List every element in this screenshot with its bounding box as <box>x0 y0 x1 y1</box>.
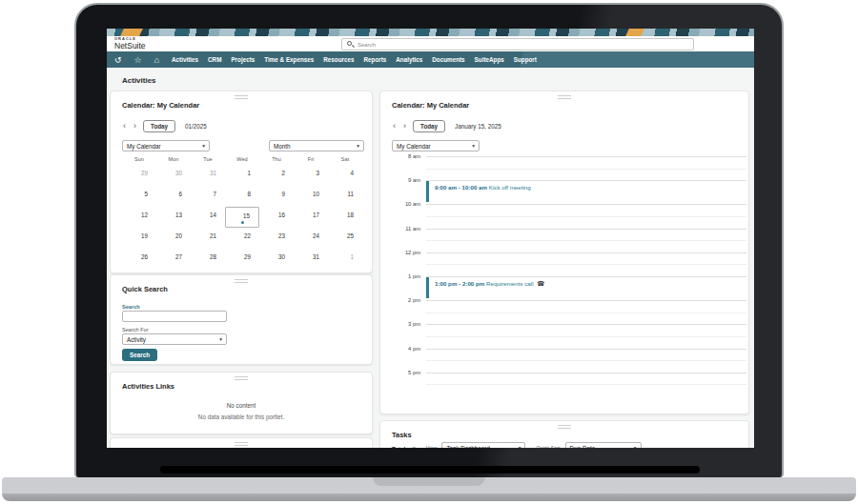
calendar-day[interactable]: 12 <box>122 207 156 228</box>
calendar-day[interactable]: 5 <box>122 186 156 207</box>
strip-orange-accent <box>120 29 143 36</box>
calendar-day[interactable]: 3 <box>294 165 328 186</box>
calendar-day[interactable]: 17 <box>294 207 328 228</box>
portlet-title: Activities Links <box>122 382 174 391</box>
calendar-day[interactable]: 22 <box>225 228 259 249</box>
total-label: Total: <box>392 445 407 449</box>
chevron-left-icon[interactable]: ‹ <box>122 121 127 131</box>
hour-row[interactable]: 10 am <box>392 204 746 228</box>
netsuite-wordmark: NetSuite <box>114 42 146 50</box>
nav-item-support[interactable]: Support <box>514 56 537 63</box>
calendar-day[interactable]: 29 <box>122 165 156 186</box>
portlet-drag-handle[interactable] <box>558 95 571 99</box>
calendar-select[interactable]: My Calendar ▾ <box>392 140 480 151</box>
nav-item-analytics[interactable]: Analytics <box>396 56 422 63</box>
hour-row[interactable]: 4 pm <box>392 349 746 373</box>
quick-search-button[interactable]: Search <box>122 349 157 361</box>
calendar-day[interactable]: 10 <box>294 186 328 207</box>
calendar-day[interactable]: 13 <box>156 207 191 228</box>
nav-menu: Activities CRM Projects Time & Expenses … <box>172 56 537 63</box>
calendar-day[interactable]: 1 <box>328 249 362 270</box>
calendar-day[interactable]: 9 <box>259 186 294 207</box>
laptop-mockup: ORACLE NetSuite ↺ ☆ ⌂ Activities CRM Pro… <box>0 0 858 504</box>
total-count-link[interactable]: 2 <box>412 445 415 449</box>
dropdown-arrow-icon: ▾ <box>357 143 359 149</box>
nav-item-resources[interactable]: Resources <box>323 56 354 63</box>
calendar-day[interactable]: 26 <box>122 249 156 270</box>
quick-search-input[interactable] <box>122 311 227 322</box>
home-icon[interactable]: ⌂ <box>154 55 159 65</box>
favorites-star-icon[interactable]: ☆ <box>134 55 142 65</box>
portlet-drag-handle[interactable] <box>235 442 248 446</box>
portlet-drag-handle[interactable] <box>558 425 571 429</box>
nav-item-time-expenses[interactable]: Time & Expenses <box>264 56 314 63</box>
chevron-right-icon[interactable]: › <box>402 121 407 131</box>
calendar-day[interactable]: 21 <box>191 228 225 249</box>
laptop-base-edge <box>2 494 856 501</box>
portlet-drag-handle[interactable] <box>235 279 248 283</box>
calendar-day[interactable]: 23 <box>259 228 294 249</box>
hour-row[interactable]: 5 pm <box>392 373 746 396</box>
calendar-day[interactable]: 30 <box>259 249 294 270</box>
calendar-day[interactable]: 14 <box>191 207 225 228</box>
calendar-day[interactable]: 29 <box>225 249 259 270</box>
calendar-day[interactable]: 24 <box>294 228 328 249</box>
search-for-select[interactable]: Activity ▾ <box>122 333 227 345</box>
calendar-day[interactable]: 28 <box>191 249 225 270</box>
calendar-day[interactable]: 11 <box>328 186 362 207</box>
chevron-left-icon[interactable]: ‹ <box>392 121 397 131</box>
calendar-day[interactable]: 6 <box>156 186 191 207</box>
clipped-portlet <box>110 437 373 448</box>
portlet-drag-handle[interactable] <box>235 95 248 99</box>
calendar-day[interactable]: 20 <box>156 228 191 249</box>
nav-item-projects[interactable]: Projects <box>231 56 255 63</box>
nav-item-documents[interactable]: Documents <box>432 56 464 63</box>
calendar-event-kickoff[interactable]: 9:00 am - 10:00 am Kick off meeting <box>426 181 746 202</box>
hour-row[interactable]: 12 pm <box>392 252 746 276</box>
calendar-day[interactable]: 30 <box>156 165 191 186</box>
calendar-day[interactable]: 16 <box>259 207 294 228</box>
today-button[interactable]: Today <box>143 120 175 132</box>
calendar-day-selected[interactable]: 15 <box>225 207 259 228</box>
global-search-input[interactable] <box>358 42 688 48</box>
calendar-event-requirements-call[interactable]: 1:00 pm - 2:00 pm Requirements call ☎ <box>426 277 746 298</box>
nav-item-suiteapps[interactable]: SuiteApps <box>475 56 504 63</box>
calendar-day[interactable]: 31 <box>191 165 225 186</box>
portlet-drag-handle[interactable] <box>235 376 248 380</box>
calendar-day[interactable]: 31 <box>294 249 328 270</box>
quick-sort-select[interactable]: Due Date ▾ <box>565 442 642 448</box>
hour-row[interactable]: 8 am <box>392 156 746 180</box>
calendar-day[interactable]: 8 <box>225 186 259 207</box>
chevron-right-icon[interactable]: › <box>133 121 137 131</box>
today-button[interactable]: Today <box>413 120 445 132</box>
calendar-day[interactable]: 7 <box>191 186 225 207</box>
global-search[interactable] <box>341 38 694 50</box>
task-view-select[interactable]: Task Dashboard ▾ <box>441 442 525 448</box>
laptop-hinge <box>160 466 700 474</box>
hour-row[interactable]: 3 pm <box>392 324 746 348</box>
strip-orange-accent <box>625 29 644 36</box>
history-icon[interactable]: ↺ <box>114 55 122 65</box>
calendar-select[interactable]: My Calendar ▾ <box>122 140 210 151</box>
calendar-day[interactable]: 25 <box>328 228 362 249</box>
dropdown-arrow-icon: ▾ <box>634 445 637 448</box>
calendar-day[interactable]: 2 <box>259 165 294 186</box>
event-dot <box>241 221 244 224</box>
calendar-day[interactable]: 4 <box>328 165 362 186</box>
hour-row[interactable]: 2 pm <box>392 300 746 324</box>
calendar-day[interactable]: 27 <box>156 249 191 270</box>
calendar-day[interactable]: 19 <box>122 228 156 249</box>
calendar-day[interactable]: 1 <box>225 165 259 186</box>
calendar-day[interactable]: 18 <box>328 207 362 228</box>
view-mode-select[interactable]: Month ▾ <box>269 140 364 151</box>
brand-pattern-strip <box>107 29 754 36</box>
portlet-title: Quick Search <box>122 285 168 293</box>
dropdown-arrow-icon: ▾ <box>219 336 222 342</box>
hour-row[interactable]: 11 am <box>392 229 746 252</box>
day-calendar-portlet: Calendar: My Calendar ‹ › Today January … <box>379 91 749 414</box>
search-field-label: Search <box>122 304 140 310</box>
nav-item-activities[interactable]: Activities <box>172 56 198 63</box>
dropdown-arrow-icon: ▾ <box>519 445 521 448</box>
nav-item-reports[interactable]: Reports <box>364 56 387 63</box>
nav-item-crm[interactable]: CRM <box>208 56 221 63</box>
